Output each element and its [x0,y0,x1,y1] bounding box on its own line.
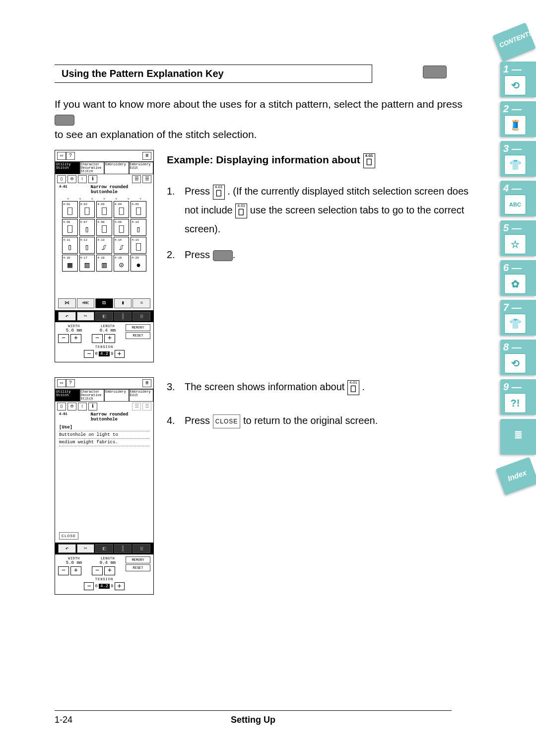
chapter-icon: ?! [504,393,526,413]
tab-chapter-9[interactable]: 9 —?! [500,379,536,415]
stitch-4-03[interactable]: 4-03⎕ [96,201,112,218]
memory-button[interactable]: MEMORY [126,324,150,331]
tool-1[interactable]: ⋈ [58,298,76,308]
stitch-ref-icon: 4-01⎕ [363,153,375,168]
lcd-tab-embedit[interactable]: Embroidery Edit [129,162,154,174]
tab-chapter-6[interactable]: 6 —✿ [500,260,536,296]
width-value: 5.0 mm [58,328,90,333]
stitch-4-15[interactable]: 4-15⎕ [131,237,146,254]
bb-cut[interactable]: ✂ [77,544,95,553]
tab-chapter-5[interactable]: 5 —☆ [500,220,536,256]
width-label: WIDTH [58,324,90,328]
example-title: Example: Displaying information about 4-… [167,150,481,170]
bb-twin[interactable]: ║ [114,312,132,321]
length-minus[interactable]: − [92,334,103,343]
tension-minus[interactable]: − [84,582,94,590]
lcd-tab-decorative[interactable]: Character Decorative Stitch [80,389,105,402]
bb-mirror[interactable]: ◧ [95,312,113,321]
reset-button[interactable]: RESET [126,564,150,571]
tab-chapter-1[interactable]: 1 —⟲ [500,62,536,97]
tension-plus[interactable]: + [115,350,125,358]
stitch-4-13[interactable]: 4-13⎎ [96,237,112,254]
tool-4[interactable]: ▮ [114,298,132,308]
stitch-4-11[interactable]: 4-11▯ [62,237,78,254]
length-label: LENGTH [92,556,124,560]
tab-chapter-7[interactable]: 7 —👕 [500,300,536,336]
bb-twin2[interactable]: ⫼ [133,544,150,553]
stitch-4-12[interactable]: 4-12▯ [79,237,95,254]
bb-twin[interactable]: ║ [114,544,132,553]
width-plus[interactable]: + [70,334,81,343]
stitch-4-17[interactable]: 4-17▥ [79,255,95,272]
length-plus[interactable]: + [104,334,115,343]
stitch-4-06[interactable]: 4-06⎕ [62,219,78,236]
width-value: 5.0 mm [58,560,90,565]
width-plus[interactable]: + [70,566,81,575]
tension-plus[interactable]: + [115,582,125,590]
chapter-icon: ⟲ [504,75,526,95]
tool-3[interactable]: ⧉ [95,298,113,308]
stitch-4-07[interactable]: 4-07▯ [79,219,95,236]
tab-chapter-8[interactable]: 8 —⟲ [500,340,536,375]
tension-minus[interactable]: − [84,350,94,358]
tension-label: TENSION [58,345,150,349]
lcd-tab-utility[interactable]: Utility Stitch [55,162,80,174]
stitch-title-1: Narrow rounded [91,412,129,417]
length-plus[interactable]: + [104,566,115,575]
close-button[interactable]: CLOSE [59,532,78,540]
page-content: Using the Pattern Explanation Key If you… [0,0,536,624]
stitch-4-08[interactable]: 4-08⎕ [96,219,112,236]
explanation-key-icon [423,66,447,78]
stitch-4-10[interactable]: 4-10▯ [131,219,146,236]
tool-5[interactable]: ≈ [133,298,150,308]
stitch-4-19[interactable]: 4-19⊙ [114,255,130,272]
tension-lo: 0 [95,351,97,356]
stitch-4-18[interactable]: 4-18▥ [96,255,112,272]
stitch-num: 4-01 [57,185,67,189]
memory-button[interactable]: MEMORY [126,556,150,563]
chapter-icon: 👕 [504,155,526,175]
chapter-icon: 🧵 [504,115,526,135]
stitch-4-14[interactable]: 4-14⎎ [114,237,130,254]
lcd-tab-embroidery[interactable]: Embroidery [104,389,129,402]
length-minus[interactable]: − [92,566,103,575]
lcd-tab-embroidery[interactable]: Embroidery [104,162,129,174]
bb-cut[interactable]: ✂ [77,312,95,321]
tension-hi: 9 [111,584,113,589]
guide-icon: ? [66,152,75,160]
tab-chapter-2[interactable]: 2 —🧵 [500,101,536,137]
stitch-4-09[interactable]: 4-09⎕ [114,219,130,236]
tab-chapter-3[interactable]: 3 —👕 [500,141,536,177]
lcd-tab-utility[interactable]: Utility Stitch [55,389,80,402]
tool-2[interactable]: ⋘ [77,298,95,308]
stitch-4-20[interactable]: 4-20● [131,255,146,272]
bb-mirror[interactable]: ◧ [95,544,113,553]
guide-icon: ? [66,379,75,387]
lcd-tab-embedit[interactable]: Embroidery Edit [129,389,154,402]
lcd-tab-decorative[interactable]: Character Decorative Stitch [80,162,105,174]
stitch-title-2: buttonhole [91,417,118,422]
width-minus[interactable]: − [58,566,69,575]
stitch-4-16[interactable]: 4-16▦ [62,255,78,272]
stitch-4-04[interactable]: 4-04⎕ [114,201,130,218]
preview-icon: ☰ [132,403,141,411]
thread-icon: ⊖ [67,403,76,411]
stitch-4-02[interactable]: 4-02⎕ [79,201,95,218]
stitch-ref-icon: 4-01⎕ [213,185,225,200]
step-3: 3. The screen shows information about 4-… [167,377,481,396]
info-line-1: Buttonhole on light to [59,432,149,437]
bb-twin2[interactable]: ⫼ [133,312,150,321]
stitch-grid: 4-01⎕ 4-02⎕ 4-03⎕ 4-04⎕ 4-05⎕ 4-06⎕ 4-07… [55,200,153,274]
preview2-icon: ☰ [142,175,151,183]
info-icon: ℹ [88,403,97,411]
width-minus[interactable]: − [58,334,69,343]
tab-chapter-4[interactable]: 4 —ABC [500,181,536,216]
row-2: ▭ ? ≣ Utility Stitch Character Decorativ… [55,377,481,595]
reset-button[interactable]: RESET [126,332,150,339]
tab-appendix[interactable]: ≣ [500,419,536,455]
bb-undo[interactable]: ↶ [58,544,76,553]
stitch-4-01[interactable]: 4-01⎕ [62,201,78,218]
bb-undo[interactable]: ↶ [58,312,76,321]
preview-icon: ☰ [132,175,141,183]
stitch-4-05[interactable]: 4-05⎕ [131,201,146,218]
